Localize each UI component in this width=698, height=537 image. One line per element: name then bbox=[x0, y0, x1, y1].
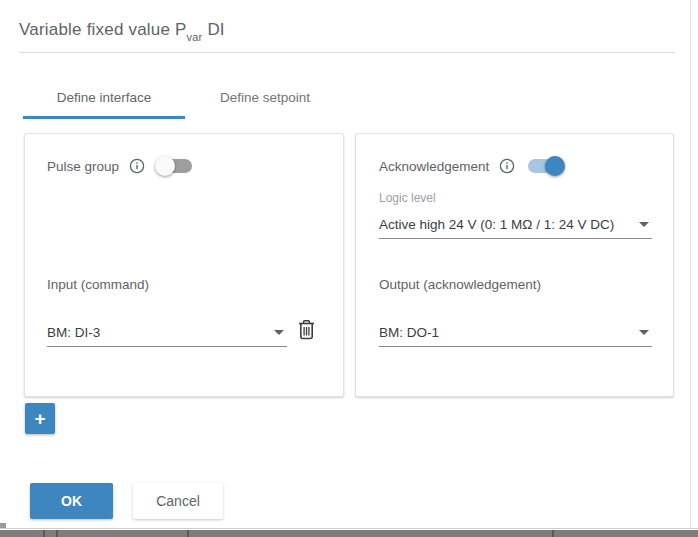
background-divider bbox=[0, 528, 698, 529]
info-icon[interactable] bbox=[499, 158, 515, 174]
tab-bar: Define interface Define setpoint bbox=[23, 80, 345, 119]
dialog-title-suffix: DI bbox=[202, 20, 224, 39]
output-ack-value: BM: DO-1 bbox=[379, 325, 439, 340]
dialog-right-border bbox=[690, 0, 691, 528]
dialog-title-subscript: var bbox=[187, 31, 203, 43]
background-grid-line bbox=[56, 530, 58, 537]
dropdown-arrow-icon bbox=[639, 330, 649, 335]
output-ack-select[interactable]: BM: DO-1 bbox=[379, 318, 652, 347]
pulse-group-toggle[interactable] bbox=[155, 155, 195, 177]
input-command-select[interactable]: BM: DI-3 bbox=[47, 318, 287, 347]
acknowledgement-toggle[interactable] bbox=[525, 155, 565, 177]
logic-level-label: Logic level bbox=[379, 191, 436, 205]
dialog-title-prefix: Variable fixed value P bbox=[19, 20, 187, 39]
background-grid-line bbox=[552, 530, 554, 537]
interface-output-card: Acknowledgement Logic level Active high … bbox=[355, 133, 674, 397]
background-grid-line bbox=[43, 530, 45, 537]
variable-fixed-value-dialog: Variable fixed value Pvar DI Define inte… bbox=[0, 0, 698, 537]
pulse-group-label: Pulse group bbox=[47, 159, 119, 174]
acknowledgement-label: Acknowledgement bbox=[379, 159, 489, 174]
info-icon[interactable] bbox=[129, 158, 145, 174]
tab-define-setpoint[interactable]: Define setpoint bbox=[185, 80, 345, 119]
logic-level-value: Active high 24 V (0: 1 MΩ / 1: 24 V DC) bbox=[379, 217, 614, 232]
active-tab-indicator bbox=[23, 116, 185, 119]
pulse-group-row: Pulse group bbox=[47, 154, 195, 178]
dialog-title: Variable fixed value Pvar DI bbox=[19, 20, 225, 41]
dropdown-arrow-icon bbox=[639, 222, 649, 227]
input-command-label: Input (command) bbox=[47, 277, 149, 292]
tab-define-interface[interactable]: Define interface bbox=[23, 80, 185, 119]
add-interface-button[interactable]: + bbox=[25, 403, 55, 434]
ok-button[interactable]: OK bbox=[30, 483, 113, 519]
title-divider bbox=[19, 52, 675, 53]
toggle-knob bbox=[545, 156, 565, 176]
toggle-knob bbox=[155, 156, 175, 176]
output-ack-label: Output (acknowledgement) bbox=[379, 277, 541, 292]
cancel-button[interactable]: Cancel bbox=[133, 483, 223, 519]
dropdown-arrow-icon bbox=[274, 330, 284, 335]
trash-icon[interactable] bbox=[295, 319, 317, 341]
interface-input-card: Pulse group Input (command) BM: DI-3 bbox=[24, 133, 344, 397]
logic-level-select[interactable]: Active high 24 V (0: 1 MΩ / 1: 24 V DC) bbox=[379, 210, 652, 239]
background-grid-line bbox=[187, 530, 189, 537]
plus-icon: + bbox=[34, 408, 45, 429]
background-table-row-fragment bbox=[0, 530, 698, 537]
input-command-value: BM: DI-3 bbox=[47, 325, 100, 340]
acknowledgement-row: Acknowledgement bbox=[379, 154, 565, 178]
